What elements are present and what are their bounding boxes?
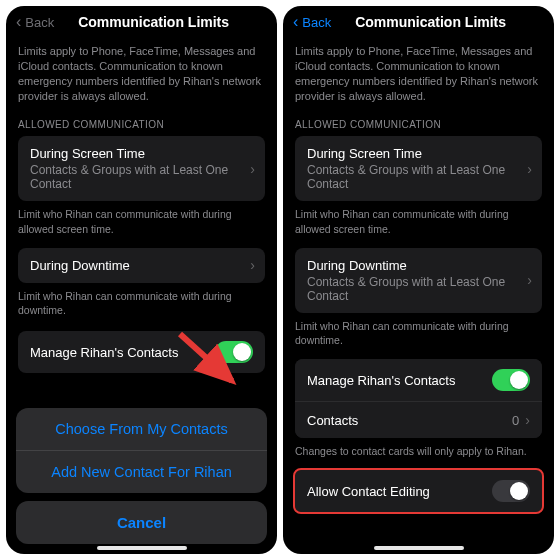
intro-text: Limits apply to Phone, FaceTime, Message… [295,44,542,103]
during-screen-footer: Limit who Rihan can communicate with dur… [295,207,542,235]
during-downtime-footer: Limit who Rihan can communicate with dur… [295,319,542,347]
home-indicator [374,546,464,550]
row-title: During Downtime [307,258,530,273]
manage-contacts-toggle[interactable] [492,369,530,391]
section-header-allowed: ALLOWED COMMUNICATION [295,119,542,130]
content-area: Limits apply to Phone, FaceTime, Message… [283,32,554,554]
phone-right: ‹ Back Communication Limits Limits apply… [283,6,554,554]
contacts-row[interactable]: Contacts 0 › [295,401,542,438]
contacts-footer: Changes to contact cards will only apply… [295,444,542,458]
navbar: ‹ Back Communication Limits [283,6,554,32]
during-downtime-row[interactable]: During Downtime Contacts & Groups with a… [295,248,542,313]
chevron-right-icon: › [527,161,532,177]
row-subtitle: Contacts & Groups with at Least One Cont… [307,275,530,303]
action-sheet: Choose From My Contacts Add New Contact … [6,6,277,554]
row-subtitle: Contacts & Groups with at Least One Cont… [307,163,530,191]
allow-contact-editing-toggle[interactable] [492,480,530,502]
row-label: Manage Rihan's Contacts [307,373,455,388]
home-indicator [97,546,187,550]
row-label: Allow Contact Editing [307,484,430,499]
contacts-group: Manage Rihan's Contacts Contacts 0 › [295,359,542,438]
manage-contacts-row[interactable]: Manage Rihan's Contacts [295,359,542,401]
back-chevron-icon[interactable]: ‹ [293,14,298,30]
choose-from-my-contacts-button[interactable]: Choose From My Contacts [16,408,267,450]
allow-contact-editing-row[interactable]: Allow Contact Editing [295,470,542,512]
during-screen-time-row[interactable]: During Screen Time Contacts & Groups wit… [295,136,542,201]
cancel-button[interactable]: Cancel [16,501,267,544]
phone-left: ‹ Back Communication Limits Limits apply… [6,6,277,554]
row-label: Contacts [307,413,358,428]
row-title: During Screen Time [307,146,530,161]
back-button[interactable]: Back [302,15,331,30]
contacts-count: 0 [512,413,519,428]
action-sheet-group: Choose From My Contacts Add New Contact … [16,408,267,493]
chevron-right-icon: › [525,412,530,428]
page-title: Communication Limits [335,14,526,30]
add-new-contact-button[interactable]: Add New Contact For Rihan [16,450,267,493]
chevron-right-icon: › [527,272,532,288]
